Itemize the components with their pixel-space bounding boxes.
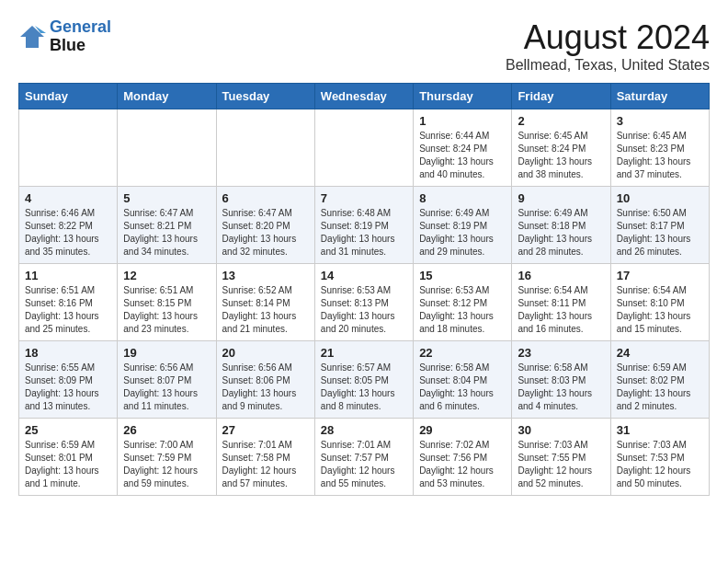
- calendar-cell: 23Sunrise: 6:58 AM Sunset: 8:03 PM Dayli…: [512, 341, 610, 419]
- day-number: 27: [222, 423, 309, 437]
- week-row-5: 25Sunrise: 6:59 AM Sunset: 8:01 PM Dayli…: [19, 419, 710, 496]
- day-info: Sunrise: 6:55 AM Sunset: 8:09 PM Dayligh…: [25, 362, 111, 413]
- day-info: Sunrise: 6:57 AM Sunset: 8:05 PM Dayligh…: [321, 362, 407, 413]
- header-cell-wednesday: Wednesday: [314, 84, 413, 109]
- calendar-cell: 9Sunrise: 6:49 AM Sunset: 8:18 PM Daylig…: [512, 187, 610, 264]
- day-info: Sunrise: 6:54 AM Sunset: 8:10 PM Dayligh…: [617, 284, 703, 336]
- day-info: Sunrise: 6:56 AM Sunset: 8:06 PM Dayligh…: [222, 362, 309, 413]
- day-number: 19: [123, 346, 210, 360]
- day-info: Sunrise: 6:58 AM Sunset: 8:03 PM Dayligh…: [518, 362, 604, 413]
- calendar-cell: 6Sunrise: 6:47 AM Sunset: 8:20 PM Daylig…: [216, 187, 314, 264]
- day-number: 24: [617, 346, 703, 360]
- calendar-cell: 22Sunrise: 6:58 AM Sunset: 8:04 PM Dayli…: [414, 341, 512, 419]
- calendar-cell: 29Sunrise: 7:02 AM Sunset: 7:56 PM Dayli…: [414, 419, 512, 496]
- day-info: Sunrise: 7:01 AM Sunset: 7:58 PM Dayligh…: [222, 439, 309, 490]
- calendar-cell: 26Sunrise: 7:00 AM Sunset: 7:59 PM Dayli…: [118, 419, 216, 496]
- day-number: 23: [518, 346, 604, 360]
- header-cell-monday: Monday: [118, 84, 216, 109]
- day-number: 16: [518, 269, 604, 282]
- day-number: 28: [321, 423, 407, 437]
- calendar-cell: 1Sunrise: 6:44 AM Sunset: 8:24 PM Daylig…: [414, 109, 512, 187]
- header-cell-thursday: Thursday: [414, 84, 512, 109]
- day-info: Sunrise: 6:53 AM Sunset: 8:12 PM Dayligh…: [419, 284, 506, 336]
- calendar-cell: 10Sunrise: 6:50 AM Sunset: 8:17 PM Dayli…: [610, 187, 709, 264]
- header-cell-saturday: Saturday: [610, 84, 709, 109]
- calendar-cell: 31Sunrise: 7:03 AM Sunset: 7:53 PM Dayli…: [610, 419, 709, 496]
- calendar-cell: 7Sunrise: 6:48 AM Sunset: 8:19 PM Daylig…: [314, 187, 413, 264]
- month-year-title: August 2024: [506, 18, 710, 57]
- day-number: 12: [123, 269, 210, 282]
- calendar-cell: [216, 109, 314, 187]
- calendar-cell: 28Sunrise: 7:01 AM Sunset: 7:57 PM Dayli…: [314, 419, 413, 496]
- day-info: Sunrise: 6:45 AM Sunset: 8:23 PM Dayligh…: [617, 130, 703, 181]
- calendar-cell: 21Sunrise: 6:57 AM Sunset: 8:05 PM Dayli…: [314, 341, 413, 419]
- day-number: 17: [617, 269, 703, 282]
- day-info: Sunrise: 6:56 AM Sunset: 8:07 PM Dayligh…: [123, 362, 210, 413]
- day-number: 8: [419, 191, 506, 205]
- week-row-1: 1Sunrise: 6:44 AM Sunset: 8:24 PM Daylig…: [19, 109, 710, 187]
- day-number: 1: [419, 114, 506, 128]
- calendar-table: SundayMondayTuesdayWednesdayThursdayFrid…: [18, 83, 710, 496]
- header-cell-friday: Friday: [512, 84, 610, 109]
- header-row: SundayMondayTuesdayWednesdayThursdayFrid…: [19, 84, 710, 109]
- day-info: Sunrise: 6:51 AM Sunset: 8:16 PM Dayligh…: [25, 284, 111, 336]
- calendar-cell: 27Sunrise: 7:01 AM Sunset: 7:58 PM Dayli…: [216, 419, 314, 496]
- day-number: 18: [25, 346, 111, 360]
- day-info: Sunrise: 6:44 AM Sunset: 8:24 PM Dayligh…: [419, 130, 506, 181]
- day-info: Sunrise: 7:03 AM Sunset: 7:55 PM Dayligh…: [518, 439, 604, 490]
- calendar-cell: 24Sunrise: 6:59 AM Sunset: 8:02 PM Dayli…: [610, 341, 709, 419]
- week-row-3: 11Sunrise: 6:51 AM Sunset: 8:16 PM Dayli…: [19, 264, 710, 341]
- location-subtitle: Bellmead, Texas, United States: [506, 57, 710, 74]
- calendar-cell: 4Sunrise: 6:46 AM Sunset: 8:22 PM Daylig…: [19, 187, 118, 264]
- calendar-cell: 2Sunrise: 6:45 AM Sunset: 8:24 PM Daylig…: [512, 109, 610, 187]
- calendar-cell: 8Sunrise: 6:49 AM Sunset: 8:19 PM Daylig…: [414, 187, 512, 264]
- header-cell-tuesday: Tuesday: [216, 84, 314, 109]
- day-info: Sunrise: 6:49 AM Sunset: 8:19 PM Dayligh…: [419, 207, 506, 259]
- calendar-header: SundayMondayTuesdayWednesdayThursdayFrid…: [19, 84, 710, 109]
- logo-icon: [18, 24, 46, 50]
- calendar-cell: 15Sunrise: 6:53 AM Sunset: 8:12 PM Dayli…: [414, 264, 512, 341]
- day-number: 25: [25, 423, 111, 437]
- day-number: 5: [123, 191, 210, 205]
- page-header: General Blue August 2024 Bellmead, Texas…: [18, 18, 710, 74]
- day-info: Sunrise: 7:01 AM Sunset: 7:57 PM Dayligh…: [321, 439, 407, 490]
- calendar-cell: 30Sunrise: 7:03 AM Sunset: 7:55 PM Dayli…: [512, 419, 610, 496]
- day-number: 29: [419, 423, 506, 437]
- day-number: 3: [617, 114, 703, 128]
- calendar-cell: 3Sunrise: 6:45 AM Sunset: 8:23 PM Daylig…: [610, 109, 709, 187]
- day-number: 2: [518, 114, 604, 128]
- day-info: Sunrise: 6:49 AM Sunset: 8:18 PM Dayligh…: [518, 207, 604, 259]
- svg-marker-0: [20, 26, 44, 48]
- day-number: 11: [25, 269, 111, 282]
- day-info: Sunrise: 6:51 AM Sunset: 8:15 PM Dayligh…: [123, 284, 210, 336]
- day-info: Sunrise: 7:00 AM Sunset: 7:59 PM Dayligh…: [123, 439, 210, 490]
- calendar-body: 1Sunrise: 6:44 AM Sunset: 8:24 PM Daylig…: [19, 109, 710, 496]
- day-number: 20: [222, 346, 309, 360]
- day-info: Sunrise: 6:50 AM Sunset: 8:17 PM Dayligh…: [617, 207, 703, 259]
- header-cell-sunday: Sunday: [19, 84, 118, 109]
- calendar-cell: 20Sunrise: 6:56 AM Sunset: 8:06 PM Dayli…: [216, 341, 314, 419]
- calendar-cell: 19Sunrise: 6:56 AM Sunset: 8:07 PM Dayli…: [118, 341, 216, 419]
- day-number: 26: [123, 423, 210, 437]
- calendar-cell: 12Sunrise: 6:51 AM Sunset: 8:15 PM Dayli…: [118, 264, 216, 341]
- day-info: Sunrise: 6:45 AM Sunset: 8:24 PM Dayligh…: [518, 130, 604, 181]
- day-number: 7: [321, 191, 407, 205]
- title-block: August 2024 Bellmead, Texas, United Stat…: [506, 18, 710, 74]
- day-number: 31: [617, 423, 703, 437]
- day-info: Sunrise: 7:03 AM Sunset: 7:53 PM Dayligh…: [617, 439, 703, 490]
- day-info: Sunrise: 7:02 AM Sunset: 7:56 PM Dayligh…: [419, 439, 506, 490]
- calendar-cell: [118, 109, 216, 187]
- calendar-cell: 25Sunrise: 6:59 AM Sunset: 8:01 PM Dayli…: [19, 419, 118, 496]
- day-number: 9: [518, 191, 604, 205]
- week-row-2: 4Sunrise: 6:46 AM Sunset: 8:22 PM Daylig…: [19, 187, 710, 264]
- day-number: 15: [419, 269, 506, 282]
- day-info: Sunrise: 6:47 AM Sunset: 8:20 PM Dayligh…: [222, 207, 309, 259]
- day-number: 10: [617, 191, 703, 205]
- calendar-cell: 17Sunrise: 6:54 AM Sunset: 8:10 PM Dayli…: [610, 264, 709, 341]
- day-number: 14: [321, 269, 407, 282]
- day-info: Sunrise: 6:47 AM Sunset: 8:21 PM Dayligh…: [123, 207, 210, 259]
- calendar-cell: [19, 109, 118, 187]
- logo-text: General Blue: [50, 18, 111, 55]
- calendar-cell: 18Sunrise: 6:55 AM Sunset: 8:09 PM Dayli…: [19, 341, 118, 419]
- calendar-cell: 5Sunrise: 6:47 AM Sunset: 8:21 PM Daylig…: [118, 187, 216, 264]
